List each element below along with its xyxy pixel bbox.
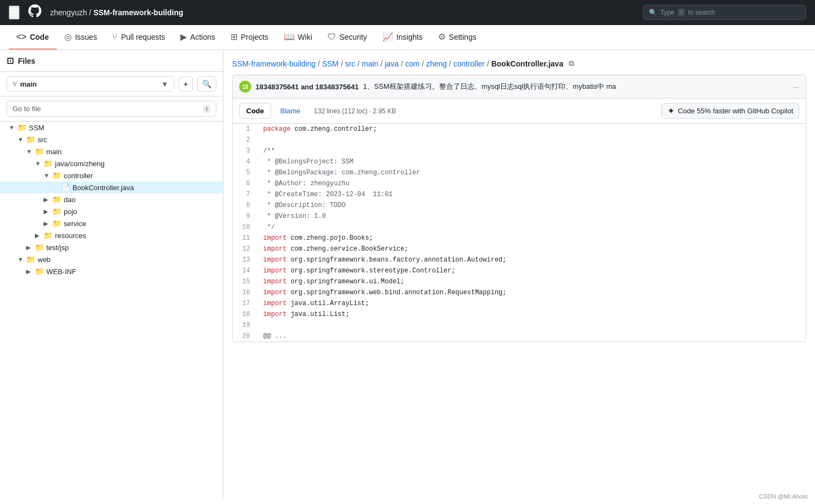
commit-message: 1、SSM框架搭建练习。整合了日志、mysql日志sql执行语句打印、mybat… bbox=[363, 82, 616, 92]
copilot-text: Code 55% faster with GitHub Copilot bbox=[678, 107, 793, 115]
breadcrumb-link-main[interactable]: main bbox=[362, 59, 378, 68]
folder-icon: 📁 bbox=[52, 195, 62, 204]
tab-pull-requests[interactable]: ⑂ Pull requests bbox=[105, 26, 173, 50]
tree-item-java-com-zheng[interactable]: ▼ 📁 java/com/zheng bbox=[0, 157, 223, 169]
breadcrumb-link-controller[interactable]: controller bbox=[453, 59, 485, 68]
breadcrumb-link-src[interactable]: src bbox=[345, 59, 355, 68]
line-code: import org.springframework.web.bind.anno… bbox=[259, 287, 506, 298]
item-name: test/jsp bbox=[46, 244, 69, 252]
line-code: import java.util.ArrayList; bbox=[259, 298, 369, 309]
breadcrumb-separator: / bbox=[422, 59, 424, 68]
breadcrumb-link-com[interactable]: com bbox=[405, 59, 419, 68]
wiki-icon: 📖 bbox=[284, 32, 295, 42]
breadcrumb-link-java[interactable]: java bbox=[385, 59, 399, 68]
repo-owner-link[interactable]: zhengyuzh bbox=[50, 8, 87, 17]
copy-path-button[interactable]: ⧉ bbox=[569, 59, 574, 68]
code-tab-code[interactable]: Code bbox=[239, 103, 271, 119]
main-layout: ⊡ Files ⑂ main ▼ + 🔍 Go to file t ▼ 📁 SS… bbox=[0, 50, 815, 500]
chevron-icon: ▼ bbox=[26, 148, 33, 155]
item-name: pojo bbox=[64, 208, 77, 216]
breadcrumb: SSM-framework-building / SSM / src / mai… bbox=[232, 59, 806, 68]
tree-item-controller[interactable]: ▼ 📁 controller bbox=[0, 169, 223, 181]
folder-icon: 📁 bbox=[35, 147, 44, 156]
chevron-icon: ▼ bbox=[17, 256, 24, 263]
footer-watermark: CSDN @Mr.Aholic bbox=[759, 493, 808, 500]
go-to-file-input[interactable]: Go to file t bbox=[7, 101, 216, 117]
folder-icon: 📁 bbox=[26, 135, 35, 144]
line-number: 10 bbox=[233, 222, 259, 233]
tree-item-dao[interactable]: ▶ 📁 dao bbox=[0, 193, 223, 205]
line-code: package com.zheng.controller; bbox=[259, 124, 377, 135]
projects-icon: ⊞ bbox=[230, 32, 238, 42]
folder-icon: 📁 bbox=[44, 159, 53, 168]
tree-item-ssm-root[interactable]: ▼ 📁 SSM bbox=[0, 122, 223, 133]
tree-item-service[interactable]: ▶ 📁 service bbox=[0, 217, 223, 229]
line-number: 17 bbox=[233, 298, 259, 309]
code-tab-blame[interactable]: Blame bbox=[273, 103, 308, 119]
copilot-badge[interactable]: ✦ Code 55% faster with GitHub Copilot bbox=[661, 103, 799, 119]
line-code: import org.springframework.ui.Model; bbox=[259, 276, 404, 287]
breadcrumb-separator: / bbox=[487, 59, 489, 68]
chevron-icon: ▶ bbox=[35, 232, 41, 239]
search-shortcut-badge: / bbox=[678, 9, 685, 16]
tab-issues[interactable]: ◎ Issues bbox=[57, 25, 105, 50]
tab-code[interactable]: <> Code bbox=[9, 26, 57, 50]
item-name: SSM bbox=[29, 124, 44, 132]
tab-wiki[interactable]: 📖 Wiki bbox=[276, 25, 320, 50]
tree-item-resources[interactable]: ▶ 📁 resources bbox=[0, 229, 223, 241]
tree-item-main[interactable]: ▼ 📁 main bbox=[0, 145, 223, 157]
search-bar[interactable]: 🔍 Type / to search bbox=[643, 5, 806, 20]
code-line: 17import java.util.ArrayList; bbox=[233, 298, 806, 309]
commit-ellipsis: ··· bbox=[793, 83, 799, 91]
sidebar-title: Files bbox=[18, 57, 35, 65]
tab-settings[interactable]: ⚙ Settings bbox=[430, 25, 484, 50]
line-number: 3 bbox=[233, 145, 259, 156]
code-line: 3/** bbox=[233, 145, 806, 156]
tree-item-web[interactable]: ▼ 📁 web bbox=[0, 253, 223, 265]
tree-item-test-jsp[interactable]: ▶ 📁 test/jsp bbox=[0, 241, 223, 253]
panel-icon: ⊡ bbox=[7, 56, 14, 66]
file-sidebar: ⊡ Files ⑂ main ▼ + 🔍 Go to file t ▼ 📁 SS… bbox=[0, 50, 223, 500]
line-code: * @CreateTime: 2023-12-04 11:01 bbox=[259, 189, 393, 200]
folder-icon: 📁 bbox=[17, 123, 27, 132]
line-number: 4 bbox=[233, 156, 259, 167]
line-code: @@ ... bbox=[259, 331, 287, 342]
branch-selector[interactable]: ⑂ main ▼ bbox=[7, 76, 174, 92]
breadcrumb-separator: / bbox=[401, 59, 403, 68]
new-file-button[interactable]: + bbox=[179, 76, 193, 92]
breadcrumb-separator: / bbox=[318, 59, 320, 68]
insights-icon: 📈 bbox=[382, 32, 393, 42]
folder-icon: 📁 bbox=[52, 171, 62, 180]
tab-projects[interactable]: ⊞ Projects bbox=[223, 25, 276, 50]
tab-actions[interactable]: ▶ Actions bbox=[173, 25, 223, 50]
tree-item-BookController.java[interactable]: 📄 BookController.java bbox=[0, 181, 223, 193]
chevron-icon: ▼ bbox=[35, 160, 41, 167]
repo-name: SSM-framework-building bbox=[93, 8, 183, 17]
actions-icon: ▶ bbox=[180, 32, 187, 42]
line-number: 2 bbox=[233, 135, 259, 145]
search-files-button[interactable]: 🔍 bbox=[197, 76, 216, 92]
search-icon: 🔍 bbox=[649, 9, 657, 16]
repo-path: zhengyuzh / SSM-framework-building bbox=[50, 8, 183, 17]
code-line: 5 * @BelongsPackage: com.zheng.controlle… bbox=[233, 167, 806, 178]
breadcrumb-link-repo[interactable]: SSM-framework-building bbox=[232, 59, 315, 68]
tree-item-WEB-INF[interactable]: ▶ 📁 WEB-INF bbox=[0, 265, 223, 277]
hamburger-button[interactable]: ☰ bbox=[9, 5, 20, 20]
chevron-icon: ▶ bbox=[44, 220, 50, 227]
avatar: 18 bbox=[239, 81, 251, 93]
tab-insights[interactable]: 📈 Insights bbox=[375, 25, 430, 50]
line-number: 1 bbox=[233, 124, 259, 135]
code-stats: 132 lines (112 loc) · 2.95 KB bbox=[314, 107, 396, 115]
chevron-icon: ▼ bbox=[9, 124, 15, 131]
chevron-icon: ▶ bbox=[26, 268, 33, 275]
line-code: import java.util.List; bbox=[259, 309, 349, 320]
tree-item-pojo[interactable]: ▶ 📁 pojo bbox=[0, 205, 223, 217]
line-number: 6 bbox=[233, 178, 259, 189]
line-code bbox=[259, 135, 267, 145]
tab-security[interactable]: 🛡 Security bbox=[320, 26, 375, 50]
tree-item-src[interactable]: ▼ 📁 src bbox=[0, 133, 223, 145]
breadcrumb-link-ssm[interactable]: SSM bbox=[322, 59, 338, 68]
code-line: 18import java.util.List; bbox=[233, 309, 806, 320]
breadcrumb-link-zheng[interactable]: zheng bbox=[426, 59, 447, 68]
github-logo bbox=[28, 4, 41, 21]
